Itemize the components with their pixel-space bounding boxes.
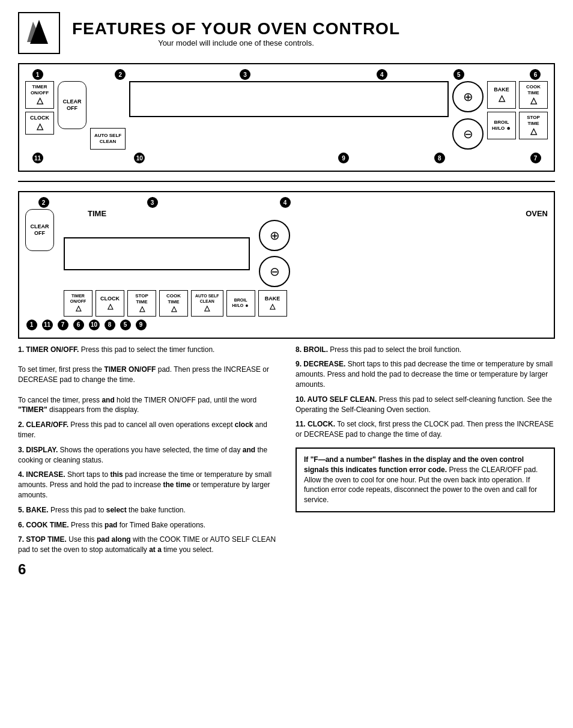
timer-onoff-btn-p1[interactable]: TIMERON/OFF △ bbox=[25, 81, 54, 109]
control-panel-1: 1 2 3 4 5 bbox=[18, 63, 555, 172]
callout-9-p2: 9 bbox=[141, 320, 141, 329]
desc-8: 8. BROIL. Press this pad to select the b… bbox=[296, 345, 555, 355]
increase-btn-p1[interactable]: ⊕ bbox=[452, 81, 484, 112]
callout-1-p2: 1 bbox=[31, 320, 32, 329]
callout-8-p2: 8 bbox=[109, 320, 110, 329]
cook-time-btn-p1[interactable]: COOKTIME △ bbox=[519, 81, 548, 109]
oven-label: OVEN bbox=[526, 209, 548, 218]
page-number: 6 bbox=[18, 561, 555, 578]
display-p2 bbox=[64, 237, 250, 270]
desc-col-right: 8. BROIL. Press this pad to select the b… bbox=[296, 345, 555, 555]
desc-3: 3. DISPLAY. Shows the operations you hav… bbox=[18, 445, 277, 466]
clear-off-btn-p2[interactable]: CLEAROFF bbox=[25, 209, 54, 251]
clock-btn-p1[interactable]: CLOCK △ bbox=[25, 112, 54, 135]
callout-4-p2: 4 bbox=[285, 197, 285, 206]
desc-4: 4. INCREASE. Short taps to this pad incr… bbox=[18, 470, 277, 500]
page-title: FEATURES OF YOUR OVEN CONTROL bbox=[72, 19, 400, 38]
auto-self-clean-btn-p1[interactable]: AUTO SELFCLEAN bbox=[90, 128, 126, 150]
bake-btn-p1[interactable]: BAKE △ bbox=[487, 81, 516, 109]
decrease-btn-p1[interactable]: ⊖ bbox=[452, 118, 484, 150]
logo-icon bbox=[24, 17, 54, 50]
callout-5: 5 bbox=[458, 69, 459, 78]
callout-10b: 10 bbox=[139, 153, 140, 162]
callout-1: 1 bbox=[37, 69, 38, 78]
desc-2: 2. CLEAR/OFF. Press this pad to cancel a… bbox=[18, 420, 277, 440]
callout-5-p2: 5 bbox=[125, 320, 126, 329]
increase-btn-p2[interactable]: ⊕ bbox=[259, 220, 290, 251]
callout-11-p2: 11 bbox=[47, 320, 47, 329]
decrease-btn-p2[interactable]: ⊖ bbox=[259, 256, 290, 287]
display-p1 bbox=[129, 81, 449, 117]
broil-btn-p2[interactable]: BROILHI/LO ☻ bbox=[226, 290, 255, 317]
cook-time-btn-p2[interactable]: COOKTIME △ bbox=[159, 290, 188, 317]
desc-col-left: 1. TIMER ON/OFF. Press this pad to selec… bbox=[18, 345, 277, 555]
clear-off-btn-p1[interactable]: CLEAROFF bbox=[58, 81, 86, 129]
time-label: TIME bbox=[88, 209, 490, 218]
callout-6-p2: 6 bbox=[78, 320, 79, 329]
title-block: FEATURES OF YOUR OVEN CONTROL Your model… bbox=[72, 19, 400, 47]
callout-6: 6 bbox=[535, 69, 536, 78]
control-panel-2: 2 3 4 CLEAROFF TIME OVEN bbox=[18, 191, 555, 339]
callout-9b: 9 bbox=[344, 153, 344, 162]
desc-10: 10. AUTO SELF CLEAN. Press this pad to s… bbox=[296, 395, 555, 415]
desc-5: 5. BAKE. Press this pad to select the ba… bbox=[18, 505, 277, 515]
auto-self-clean-btn-p2[interactable]: AUTO SELFCLEAN △ bbox=[191, 290, 223, 317]
callout-3-p2: 3 bbox=[152, 197, 153, 206]
warning-box: If "F—and a number" flashes in the displ… bbox=[296, 447, 555, 512]
callout-11: 11 bbox=[37, 153, 38, 162]
callout-4: 4 bbox=[381, 69, 382, 78]
callout-3: 3 bbox=[245, 69, 246, 78]
callout-7-p2: 7 bbox=[62, 320, 63, 329]
desc-11: 11. CLOCK. To set clock, first press the… bbox=[296, 419, 555, 440]
desc-7: 7. STOP TIME. Use this pad along with th… bbox=[18, 535, 277, 555]
stop-time-btn-p1[interactable]: STOPTIME △ bbox=[519, 112, 548, 139]
clock-btn-p2[interactable]: CLOCK △ bbox=[96, 290, 124, 317]
page-header: FEATURES OF YOUR OVEN CONTROL Your model… bbox=[18, 12, 555, 54]
bake-btn-p2[interactable]: BAKE △ bbox=[258, 290, 287, 317]
broil-btn-p1[interactable]: BROILHI/LO ☻ bbox=[487, 112, 516, 139]
section-divider bbox=[18, 181, 555, 182]
timer-onoff-btn-p2[interactable]: TIMERON/OFF △ bbox=[64, 290, 92, 317]
desc-6: 6. COOK TIME. Press this pad for Timed B… bbox=[18, 520, 277, 530]
callout-8b: 8 bbox=[439, 153, 440, 162]
stop-time-btn-p2[interactable]: STOPTIME △ bbox=[127, 290, 156, 317]
callout-2-p2: 2 bbox=[43, 197, 44, 206]
page-subtitle: Your model will include one of these con… bbox=[72, 38, 400, 47]
desc-1: 1. TIMER ON/OFF. Press this pad to selec… bbox=[18, 345, 277, 416]
logo-box bbox=[18, 12, 60, 54]
desc-9: 9. DECREASE. Short taps to this pad decr… bbox=[296, 359, 555, 389]
callout-10-p2: 10 bbox=[94, 320, 94, 329]
descriptions-section: 1. TIMER ON/OFF. Press this pad to selec… bbox=[18, 345, 555, 555]
callout-7b: 7 bbox=[535, 153, 536, 162]
callout-2: 2 bbox=[120, 69, 121, 78]
